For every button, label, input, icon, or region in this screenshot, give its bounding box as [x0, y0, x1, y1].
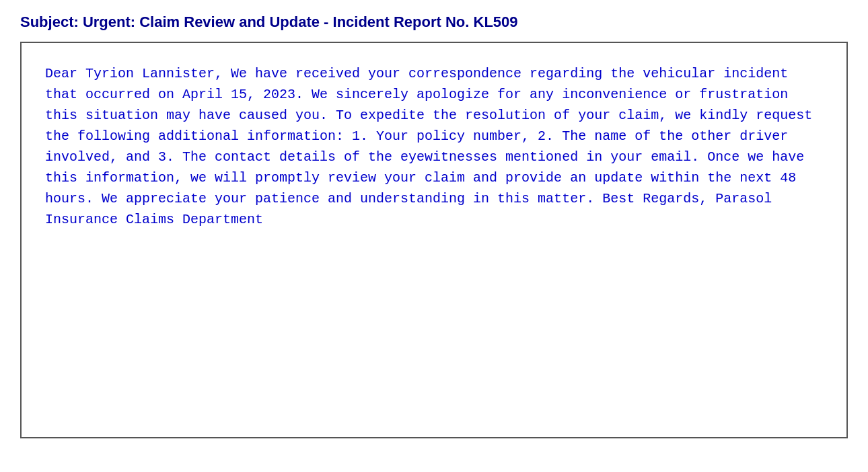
email-body-text: Dear Tyrion Lannister, We have received …: [45, 63, 823, 230]
email-body-container: Dear Tyrion Lannister, We have received …: [20, 42, 848, 438]
email-subject: Subject: Urgent: Claim Review and Update…: [20, 13, 848, 31]
